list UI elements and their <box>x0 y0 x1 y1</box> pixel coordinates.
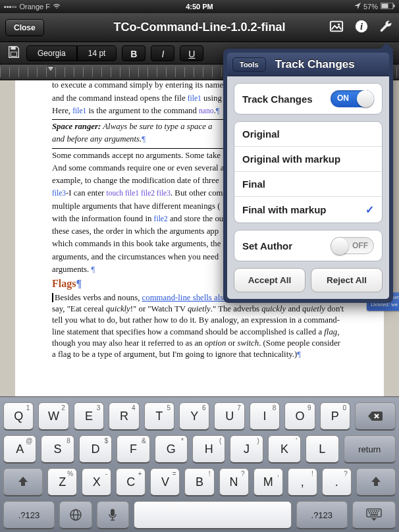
key-q[interactable]: Q1 <box>3 402 34 430</box>
key-r[interactable]: R4 <box>109 402 139 430</box>
key-f[interactable]: F& <box>117 435 149 463</box>
reject-all-button[interactable]: Reject All <box>311 268 383 292</box>
text: Here, <box>52 106 72 115</box>
key-x[interactable]: X- <box>82 468 111 496</box>
text: Besides verbs and nouns, <box>55 293 142 302</box>
set-author-label: Set Author <box>242 240 292 252</box>
font-selector[interactable]: Georgia <box>26 45 77 61</box>
accept-all-button[interactable]: Accept All <box>234 268 306 292</box>
svg-rect-14 <box>368 510 369 512</box>
track-changes-label: Track Changes <box>242 93 313 105</box>
svg-rect-3 <box>331 21 342 31</box>
text: flag <box>324 327 337 336</box>
key-g[interactable]: G* <box>155 435 188 463</box>
svg-rect-15 <box>370 510 371 512</box>
heading-flags: Flags <box>52 278 76 289</box>
key-l[interactable]: L <box>306 435 338 463</box>
numbers-key-right[interactable]: .?123 <box>296 501 348 529</box>
svg-rect-17 <box>374 510 375 512</box>
italic-button[interactable]: I <box>151 45 174 61</box>
view-original[interactable]: Original <box>234 122 382 147</box>
key-h[interactable]: H( <box>192 435 225 463</box>
key-t[interactable]: T5 <box>144 402 174 430</box>
svg-rect-12 <box>111 509 115 516</box>
view-final[interactable]: Final <box>234 172 382 197</box>
key-j[interactable]: J) <box>230 435 263 463</box>
key-m[interactable]: M, <box>253 468 283 496</box>
key-n[interactable]: N? <box>219 468 249 496</box>
key-p[interactable]: P0 <box>320 402 350 430</box>
svg-rect-22 <box>373 512 374 514</box>
image-icon[interactable] <box>329 19 344 36</box>
view-original-markup[interactable]: Original with markup <box>234 147 382 172</box>
view-final-markup[interactable]: Final with markup✓ <box>234 197 382 223</box>
battery-icon <box>381 3 395 11</box>
wrench-icon[interactable] <box>379 19 394 36</box>
signal-icon: ▪▪▪▫▫ <box>4 3 17 11</box>
set-author-toggle[interactable]: OFF <box>331 237 374 254</box>
numbers-key[interactable]: .?123 <box>3 501 55 529</box>
svg-rect-23 <box>375 512 376 514</box>
text: is the argument to the command <box>86 106 199 115</box>
text: ." The adverbs <box>211 304 261 313</box>
text: !" or "Watch TV <box>130 304 188 313</box>
pilcrow-icon: ¶ <box>91 265 95 274</box>
text: Space ranger: <box>52 122 101 131</box>
key-i[interactable]: I8 <box>250 402 280 430</box>
text-cursor <box>52 293 53 302</box>
underline-button[interactable]: U <box>180 45 203 61</box>
dictation-key[interactable] <box>97 501 130 529</box>
globe-key[interactable] <box>59 501 92 529</box>
text: with the information found in <box>52 214 154 223</box>
svg-rect-8 <box>11 52 16 56</box>
key-s[interactable]: S8 <box>41 435 74 463</box>
backspace-key[interactable] <box>355 402 396 430</box>
key-o[interactable]: O9 <box>284 402 315 430</box>
carrier-label: Orange F <box>20 3 50 11</box>
shift-key-right[interactable] <box>356 468 396 496</box>
key-u[interactable]: U7 <box>214 402 244 430</box>
text: and the command instead opens the file <box>52 93 188 103</box>
info-icon[interactable]: i <box>354 19 369 36</box>
key-y[interactable]: Y6 <box>179 402 209 430</box>
key-e[interactable]: E3 <box>74 402 104 430</box>
svg-rect-1 <box>382 4 388 9</box>
key-k[interactable]: K' <box>268 435 301 463</box>
text: Always be sure to type a space a <box>101 122 212 131</box>
key-z[interactable]: Z% <box>47 468 77 496</box>
key-c[interactable]: C+ <box>116 468 146 496</box>
svg-text:i: i <box>360 20 363 31</box>
svg-rect-2 <box>394 5 395 7</box>
svg-rect-7 <box>11 46 15 49</box>
hide-keyboard-key[interactable] <box>352 501 396 529</box>
text: using <box>201 93 222 103</box>
pilcrow-icon: ¶ <box>76 278 82 289</box>
popover-title: Track Changes <box>273 58 358 71</box>
text: switch <box>237 338 259 348</box>
font-size-selector[interactable]: 14 pt <box>77 45 117 61</box>
bold-button[interactable]: B <box>122 45 146 61</box>
save-icon[interactable] <box>7 45 21 62</box>
location-icon <box>354 3 361 11</box>
text: quickly <box>106 304 130 313</box>
key-v[interactable]: V= <box>150 468 180 496</box>
keyboard: Q1W2E3R4T5Y6U7I8O9P0 A@S8D$F&G*H(J)K'Lre… <box>0 396 399 532</box>
close-button[interactable]: Close <box>5 19 44 36</box>
key-period[interactable]: .? <box>322 468 352 496</box>
shift-key[interactable] <box>3 468 43 496</box>
text: file1 <box>188 94 201 102</box>
key-comma[interactable]: ,! <box>288 468 317 496</box>
key-b[interactable]: B! <box>184 468 214 496</box>
track-changes-toggle[interactable]: ON <box>331 90 374 107</box>
indent-marker[interactable] <box>47 66 54 71</box>
text: option <box>205 338 226 348</box>
pilcrow-icon: ¶ <box>216 106 220 115</box>
tools-back-button[interactable]: Tools <box>232 57 266 72</box>
svg-rect-16 <box>372 510 373 512</box>
svg-point-4 <box>338 23 340 25</box>
key-a[interactable]: A@ <box>3 435 36 463</box>
key-w[interactable]: W2 <box>38 402 68 430</box>
key-d[interactable]: D$ <box>79 435 112 463</box>
space-key[interactable] <box>134 501 292 529</box>
return-key[interactable]: return <box>344 435 396 463</box>
